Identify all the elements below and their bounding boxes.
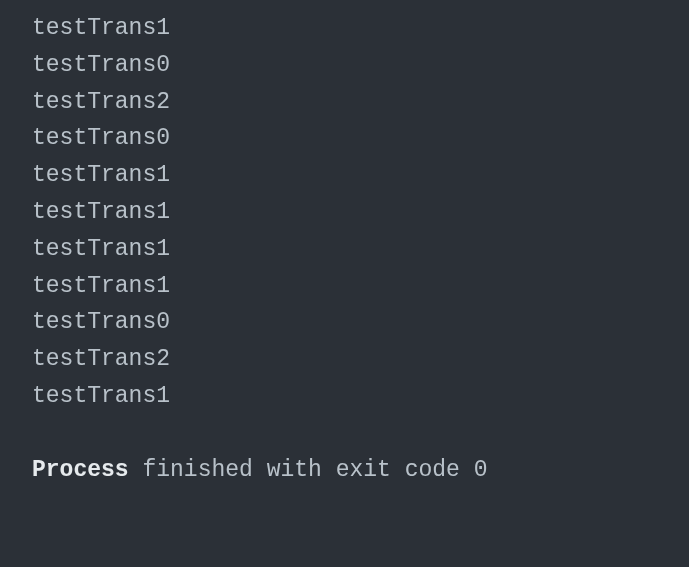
console-output-line: testTrans1 (32, 194, 689, 231)
console-output-line: testTrans0 (32, 47, 689, 84)
console-output-line: testTrans0 (32, 120, 689, 157)
console-output-line: testTrans0 (32, 304, 689, 341)
console-output-line: testTrans1 (32, 10, 689, 47)
process-status-line: Process finished with exit code 0 (32, 452, 689, 489)
console-output-line: testTrans1 (32, 231, 689, 268)
console-output-line: testTrans2 (32, 341, 689, 378)
console-output: testTrans1testTrans0testTrans2testTrans0… (32, 10, 689, 415)
blank-line (32, 415, 689, 452)
process-status-rest: finished with exit code 0 (129, 457, 488, 483)
process-status-prefix: Process (32, 457, 129, 483)
console-output-line: testTrans2 (32, 84, 689, 121)
console-output-line: testTrans1 (32, 157, 689, 194)
console-output-line: testTrans1 (32, 268, 689, 305)
console-output-line: testTrans1 (32, 378, 689, 415)
